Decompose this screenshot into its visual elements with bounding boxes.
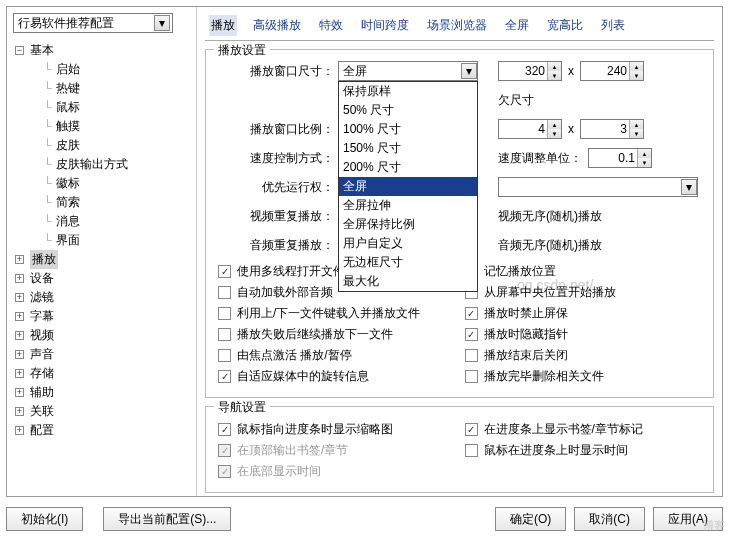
checkbox[interactable] <box>218 307 231 320</box>
checkbox-row[interactable]: ✓在底部显示时间 <box>218 463 455 480</box>
checkbox[interactable] <box>218 286 231 299</box>
tree-node[interactable]: +设备 <box>13 269 190 288</box>
checkbox[interactable]: ✓ <box>465 307 478 320</box>
expand-icon[interactable]: + <box>15 426 24 435</box>
init-button[interactable]: 初始化(I) <box>6 507 83 531</box>
dropdown-item[interactable]: 用户自定义 <box>339 234 477 253</box>
checkbox-label: 在进度条上显示书签/章节标记 <box>484 421 643 438</box>
checkbox-row[interactable]: 播放结束后关闭 <box>465 347 702 364</box>
checkbox-row[interactable]: 播放失败后继续播放下一文件 <box>218 326 455 343</box>
checkbox-label: 播放时禁止屏保 <box>484 305 568 322</box>
expand-icon[interactable]: + <box>15 312 24 321</box>
height-input[interactable]: ▲▼ <box>580 61 644 81</box>
tab[interactable]: 特效 <box>317 15 345 36</box>
dropdown-item[interactable]: 200% 尺寸 <box>339 158 477 177</box>
width-input[interactable]: ▲▼ <box>498 61 562 81</box>
tree-node[interactable]: +视频 <box>13 326 190 345</box>
profile-select[interactable]: 行易软件推荐配置 ▾ <box>13 13 173 33</box>
tree-item[interactable]: └鼠标 <box>13 98 190 117</box>
window-size-dropdown[interactable]: 保持原样50% 尺寸100% 尺寸150% 尺寸200% 尺寸全屏全屏拉伸全屏保… <box>338 81 478 292</box>
checkbox-row[interactable]: 从屏幕中央位置开始播放 <box>465 284 702 301</box>
tab[interactable]: 全屏 <box>503 15 531 36</box>
checkbox[interactable] <box>465 370 478 383</box>
speed-unit-input[interactable]: ▲▼ <box>588 148 652 168</box>
tree-item[interactable]: └启始 <box>13 60 190 79</box>
tree-node[interactable]: +存储 <box>13 364 190 383</box>
dropdown-item[interactable]: 50% 尺寸 <box>339 101 477 120</box>
checkbox-row[interactable]: ✓鼠标指向进度条时显示缩略图 <box>218 421 455 438</box>
tree-item[interactable]: └徽标 <box>13 174 190 193</box>
ok-button[interactable]: 确定(O) <box>495 507 566 531</box>
tree-node[interactable]: +声音 <box>13 345 190 364</box>
checkbox[interactable]: ✓ <box>218 265 231 278</box>
tree-node[interactable]: +配置 <box>13 421 190 440</box>
collapse-icon[interactable]: − <box>15 46 24 55</box>
checkbox-row[interactable]: 利用上/下一文件键载入并播放文件 <box>218 305 455 322</box>
tree-item[interactable]: └皮肤输出方式 <box>13 155 190 174</box>
export-button[interactable]: 导出当前配置(S)... <box>103 507 231 531</box>
chevron-down-icon[interactable]: ▾ <box>461 63 477 79</box>
checkbox-row[interactable]: ✓在进度条上显示书签/章节标记 <box>465 421 702 438</box>
checkbox-row[interactable]: 由焦点激活 播放/暂停 <box>218 347 455 364</box>
tab[interactable]: 场景浏览器 <box>425 15 489 36</box>
tree-item[interactable]: └界面 <box>13 231 190 250</box>
tree-node[interactable]: +滤镜 <box>13 288 190 307</box>
tree-item[interactable]: └触摸 <box>13 117 190 136</box>
checkbox-row[interactable]: 播放完毕删除相关文件 <box>465 368 702 385</box>
expand-icon[interactable]: + <box>15 369 24 378</box>
dropdown-item[interactable]: 最大化 <box>339 272 477 291</box>
cancel-button[interactable]: 取消(C) <box>574 507 645 531</box>
dropdown-item[interactable]: 150% 尺寸 <box>339 139 477 158</box>
expand-icon[interactable]: + <box>15 388 24 397</box>
checkbox-row[interactable]: 鼠标在进度条上时显示时间 <box>465 442 702 459</box>
expand-icon[interactable]: + <box>15 350 24 359</box>
priority-select[interactable]: ▾ <box>498 177 698 197</box>
ratio-b-input[interactable]: ▲▼ <box>580 119 644 139</box>
dropdown-item[interactable]: 全屏 <box>339 177 477 196</box>
expand-icon[interactable]: + <box>15 407 24 416</box>
tab[interactable]: 高级播放 <box>251 15 303 36</box>
checkbox[interactable]: ✓ <box>218 423 231 436</box>
tab[interactable]: 时间跨度 <box>359 15 411 36</box>
ratio-a-input[interactable]: ▲▼ <box>498 119 562 139</box>
dropdown-item[interactable]: 无边框尺寸 <box>339 253 477 272</box>
checkbox-row[interactable]: ✓播放时隐藏指针 <box>465 326 702 343</box>
tree-item[interactable]: └热键 <box>13 79 190 98</box>
checkbox[interactable] <box>218 349 231 362</box>
checkbox-row[interactable]: ✓自适应媒体中的旋转信息 <box>218 368 455 385</box>
speed-unit-label: 速度调整单位： <box>498 150 582 167</box>
window-size-select[interactable]: 全屏 ▾ 保持原样50% 尺寸100% 尺寸150% 尺寸200% 尺寸全屏全屏… <box>338 61 478 81</box>
expand-icon[interactable]: + <box>15 293 24 302</box>
expand-icon[interactable]: + <box>15 255 24 264</box>
dropdown-item[interactable]: 100% 尺寸 <box>339 120 477 139</box>
tab[interactable]: 宽高比 <box>545 15 585 36</box>
expand-icon[interactable]: + <box>15 331 24 340</box>
tree-node[interactable]: +辅助 <box>13 383 190 402</box>
tree-item[interactable]: └皮肤 <box>13 136 190 155</box>
checkbox[interactable] <box>465 444 478 457</box>
checkbox-row[interactable]: ✓在顶部输出书签/章节 <box>218 442 455 459</box>
tree-item[interactable]: └消息 <box>13 212 190 231</box>
chevron-down-icon[interactable]: ▾ <box>681 179 697 195</box>
tree-item[interactable]: └简索 <box>13 193 190 212</box>
tree-node[interactable]: +字幕 <box>13 307 190 326</box>
checkbox-label: 自适应媒体中的旋转信息 <box>237 368 369 385</box>
tab[interactable]: 播放 <box>209 15 237 36</box>
dropdown-item[interactable]: 保持原样 <box>339 82 477 101</box>
checkbox[interactable]: ✓ <box>465 328 478 341</box>
checkbox-row[interactable]: ✓播放时禁止屏保 <box>465 305 702 322</box>
dropdown-item[interactable]: 全屏保持比例 <box>339 215 477 234</box>
tab[interactable]: 列表 <box>599 15 627 36</box>
checkbox-label: 自动加载外部音频 <box>237 284 333 301</box>
checkbox[interactable]: ✓ <box>465 423 478 436</box>
expand-icon[interactable]: + <box>15 274 24 283</box>
checkbox[interactable] <box>218 328 231 341</box>
tree-node[interactable]: +播放 <box>13 250 190 269</box>
dropdown-item[interactable]: 全屏拉伸 <box>339 196 477 215</box>
tree-node[interactable]: +关联 <box>13 402 190 421</box>
checkbox[interactable]: ✓ <box>218 370 231 383</box>
checkbox[interactable] <box>465 349 478 362</box>
tree-node-root[interactable]: − 基本 <box>13 41 190 60</box>
chevron-down-icon[interactable]: ▾ <box>154 15 170 31</box>
checkbox-row[interactable]: 记忆播放位置 <box>465 263 702 280</box>
